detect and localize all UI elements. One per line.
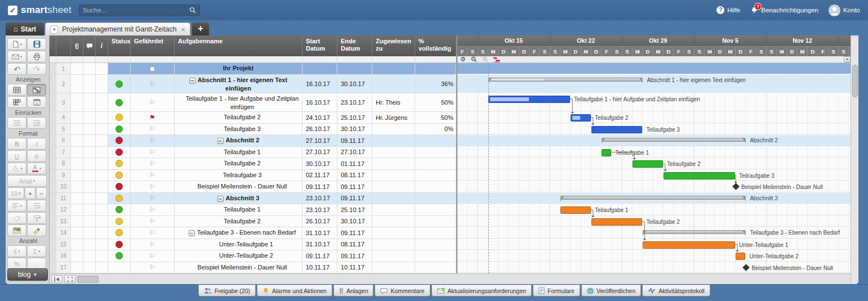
row-number[interactable]: 4 xyxy=(56,112,71,124)
row-drag-handle[interactable] xyxy=(50,147,56,159)
header-task[interactable]: Aufgabenname xyxy=(175,35,302,56)
cell-percent-complete[interactable] xyxy=(415,181,456,193)
cell-attachment[interactable] xyxy=(71,158,83,170)
cell-risk-flag[interactable]: ⚐ xyxy=(131,158,175,170)
cell-start-date[interactable]: 31.10.17 xyxy=(302,227,337,239)
collapse-toggle[interactable]: − xyxy=(189,78,195,84)
toolbar-eraser[interactable] xyxy=(7,212,26,224)
cell-percent-complete[interactable] xyxy=(415,193,456,205)
header-percent[interactable]: % vollständig xyxy=(415,35,456,56)
cell-start-date[interactable]: 16.10.17 xyxy=(302,75,337,93)
cell-start-date[interactable]: 24.10.17 xyxy=(302,112,337,124)
cell-status[interactable] xyxy=(108,204,131,216)
cell-risk-flag[interactable]: ⚑ xyxy=(131,112,175,124)
toolbar-cardview[interactable] xyxy=(7,96,26,108)
bottom-tab-people[interactable]: Freigabe (20) xyxy=(198,285,256,296)
cell-end-date[interactable]: 25.10.17 xyxy=(337,204,372,216)
cell-start-date[interactable]: 27.10.17 xyxy=(302,147,337,159)
cell-comment[interactable] xyxy=(83,262,96,274)
vertical-scrollbar[interactable] xyxy=(851,35,858,284)
cell-attachment[interactable] xyxy=(71,204,83,216)
row-number[interactable]: 7 xyxy=(56,147,71,159)
horizontal-scroll-thumb[interactable] xyxy=(77,276,99,283)
cell-end-date[interactable]: 27.10.17 xyxy=(337,147,372,159)
cell-end-date[interactable]: 09.11.17 xyxy=(337,135,372,147)
cell-task-name[interactable]: Unter-Teilaufgabe 2 xyxy=(175,250,302,262)
bottom-tab-bell[interactable]: Alarme und Aktionen xyxy=(257,285,332,296)
cell-end-date[interactable]: 30.10.17 xyxy=(337,216,372,228)
cell-assigned-to[interactable] xyxy=(372,250,415,262)
cell-start-date[interactable]: 02.11.17 xyxy=(302,170,337,182)
row-number[interactable]: 10 xyxy=(56,181,71,193)
toolbar-ganttview[interactable] xyxy=(27,84,46,96)
cell-attachment[interactable] xyxy=(71,112,83,124)
zoom-out-icon[interactable] xyxy=(471,56,477,62)
gantt-summary-bar[interactable] xyxy=(602,138,746,142)
toolbar-button-u[interactable]: U xyxy=(7,150,26,162)
cell-end-date[interactable]: 09.11.17 xyxy=(337,181,372,193)
cell-attachment[interactable] xyxy=(71,93,83,112)
cell-end-date[interactable]: 08.11.17 xyxy=(337,170,372,182)
row-number[interactable]: 6 xyxy=(56,135,71,147)
cell-assigned-to[interactable] xyxy=(372,193,415,205)
toolbar-undo[interactable]: ↶ xyxy=(7,63,26,75)
toolbar-button-[interactable]: − xyxy=(36,187,47,199)
toolbar-mail[interactable]: ▾ xyxy=(7,51,26,62)
cell-attachment[interactable] xyxy=(71,239,83,251)
row-drag-handle[interactable] xyxy=(50,75,56,93)
cell-assigned-to[interactable] xyxy=(372,181,415,193)
close-icon[interactable]: ✕ xyxy=(844,56,851,62)
tab-close-icon[interactable]: × xyxy=(181,25,185,34)
cell-comment[interactable] xyxy=(83,63,96,75)
cell-comment[interactable] xyxy=(83,93,96,112)
toolbar-button-arial[interactable]: Arial▾ xyxy=(7,175,47,187)
scroll-to-start-button[interactable] xyxy=(51,275,63,284)
gantt-summary-bar[interactable] xyxy=(643,230,746,234)
cell-info[interactable] xyxy=(96,63,108,75)
cell-percent-complete[interactable] xyxy=(415,63,456,75)
bottom-tab-comment[interactable]: Kommentare xyxy=(375,285,430,296)
toolbar-button-s[interactable]: S xyxy=(27,150,46,162)
row-number[interactable]: 17 xyxy=(56,262,71,274)
cell-info[interactable] xyxy=(96,158,108,170)
header-end-date[interactable]: Ende Datum xyxy=(337,35,372,56)
cell-percent-complete[interactable]: 36% xyxy=(415,75,456,93)
cell-risk-flag[interactable]: ⚐ xyxy=(131,93,175,112)
search-icon[interactable] xyxy=(189,7,196,14)
cell-comment[interactable] xyxy=(83,204,96,216)
cell-status[interactable] xyxy=(108,239,131,251)
cell-status[interactable] xyxy=(108,216,131,228)
gantt-task-bar[interactable] xyxy=(664,172,735,179)
info-icon[interactable]: i xyxy=(96,35,108,56)
row-drag-handle[interactable] xyxy=(50,204,56,216)
cell-comment[interactable] xyxy=(83,158,96,170)
bottom-tab-form[interactable]: Formulare xyxy=(533,285,580,296)
cell-end-date[interactable]: 25.10.17 xyxy=(337,112,372,124)
row-number[interactable]: 14 xyxy=(56,227,71,239)
cell-comment[interactable] xyxy=(83,227,96,239)
cell-task-name[interactable]: Ihr Projekt xyxy=(175,63,302,75)
toolbar-indent[interactable] xyxy=(27,117,46,129)
cell-assigned-to[interactable] xyxy=(372,239,415,251)
cell-attachment[interactable] xyxy=(71,63,83,75)
cell-end-date[interactable]: 08.11.17 xyxy=(337,239,372,251)
row-drag-handle[interactable] xyxy=(50,250,56,262)
cell-status[interactable] xyxy=(108,124,131,136)
cell-attachment[interactable] xyxy=(71,75,83,93)
cell-task-name[interactable]: Beispiel Meilenstein - Dauer Null xyxy=(175,262,302,274)
cell-assigned-to[interactable] xyxy=(372,147,415,159)
cell-risk-flag[interactable]: ⚐ xyxy=(131,216,175,228)
cell-percent-complete[interactable] xyxy=(415,227,456,239)
cell-assigned-to[interactable] xyxy=(372,158,415,170)
bottom-tab-update[interactable]: Aktualisierungsanforderungen xyxy=(431,285,532,296)
cell-status[interactable] xyxy=(108,250,131,262)
toolbar-button-,[interactable]: , xyxy=(27,258,46,269)
gantt-task-bar[interactable] xyxy=(591,218,643,226)
toolbar-button-b[interactable]: B xyxy=(7,138,26,150)
row-number[interactable]: 3 xyxy=(56,93,71,112)
row-drag-handle[interactable] xyxy=(50,124,56,136)
cell-info[interactable] xyxy=(96,193,108,205)
cell-percent-complete[interactable] xyxy=(415,250,456,262)
cell-comment[interactable] xyxy=(83,170,96,182)
cell-status[interactable] xyxy=(108,227,131,239)
